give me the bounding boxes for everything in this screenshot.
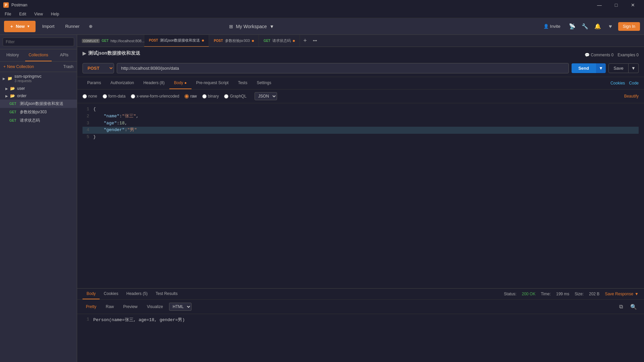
app-icon: P <box>3 2 9 8</box>
tab-2[interactable]: POST 参数校验jsr303 <box>209 35 259 47</box>
url-input[interactable] <box>117 63 569 73</box>
req-tab-params[interactable]: Params <box>83 77 106 89</box>
resp-tab-headers[interactable]: Headers (5) <box>122 289 152 299</box>
menu-view[interactable]: View <box>32 11 45 17</box>
send-button[interactable]: Send <box>572 63 596 73</box>
fmt-tab-raw[interactable]: Raw <box>102 303 117 310</box>
fmt-tab-visualize[interactable]: Visualize <box>144 303 166 310</box>
close-button[interactable]: ✕ <box>625 0 641 10</box>
format-selector[interactable]: JSON Text XML HTML <box>255 92 277 100</box>
tab-method-1: POST <box>149 39 158 42</box>
response-tabs-bar: Body Cookies Headers (5) Test Results St… <box>77 289 644 300</box>
time-label: Time: <box>541 292 551 296</box>
tab-1[interactable]: POST 测试json数据接收和发送 <box>144 35 209 47</box>
new-button[interactable]: ＋ New ▼ <box>4 21 36 32</box>
method-badge-get-2: GET <box>8 118 18 123</box>
maximize-button[interactable]: □ <box>608 0 624 10</box>
new-collection-label: New Collection <box>7 64 34 69</box>
chevron-down-icon: ▼ <box>635 292 639 296</box>
copy-icon-btn[interactable]: ⧉ <box>616 302 626 312</box>
new-collection-button[interactable]: + New Collection <box>3 64 34 69</box>
radio-graphql[interactable]: GraphQL <box>224 94 246 99</box>
satellite-icon-btn[interactable]: 📡 <box>567 21 577 32</box>
tab-0[interactable]: CONFLICT GET http://localhost:808... <box>77 35 144 47</box>
req-tab-settings[interactable]: Settings <box>252 77 276 89</box>
grid-icon: ⊞ <box>229 24 233 29</box>
tab-3[interactable]: GET 请求状态码 <box>259 35 300 47</box>
more-tabs-button[interactable]: ••• <box>310 39 320 43</box>
response-format-tabs: Pretty Raw Preview Visualize HTML JSON X… <box>77 300 644 314</box>
main-toolbar: ＋ New ▼ Import Runner ⊕ ⊞ My Workspace ▼… <box>0 18 644 35</box>
request-title: ▶ 测试json数据接收和发送 <box>83 50 140 56</box>
import-button[interactable]: Import <box>38 22 59 31</box>
folder-item-order[interactable]: ▶ 📂 order <box>0 92 77 100</box>
req-tab-prerequest[interactable]: Pre-request Script <box>192 77 233 89</box>
invite-label: Invite <box>550 24 560 29</box>
method-badge-get-1: GET <box>8 110 18 114</box>
sidebar-tab-collections[interactable]: Collections <box>25 49 52 61</box>
req-tab-body[interactable]: Body ● <box>169 77 192 89</box>
req-tab-headers[interactable]: Headers (8) <box>139 77 169 89</box>
window-controls: — □ ✕ <box>592 0 641 10</box>
collection-header-ssm[interactable]: ▶ 📁 ssm-springmvc 3 requests <box>0 72 77 85</box>
save-dropdown-button[interactable]: ▼ <box>629 63 639 73</box>
menu-edit[interactable]: Edit <box>17 11 28 17</box>
search-input[interactable] <box>3 38 74 46</box>
collection-count: 3 requests <box>14 79 42 83</box>
bell-icon-btn[interactable]: 🔔 <box>593 21 603 32</box>
invite-button[interactable]: 👤 Invite <box>539 22 565 31</box>
minimize-button[interactable]: — <box>592 0 607 10</box>
cookies-link[interactable]: Cookies <box>610 81 625 85</box>
save-button[interactable]: Save <box>608 63 629 73</box>
menubar: File Edit View Help <box>0 10 644 18</box>
resp-tab-test-results[interactable]: Test Results <box>152 289 181 299</box>
req-tab-auth[interactable]: Authorization <box>106 77 139 89</box>
beautify-button[interactable]: Beautify <box>624 94 639 99</box>
save-response-button[interactable]: Save Response ▼ <box>605 292 639 296</box>
tab-method-2: POST <box>214 39 223 43</box>
sidebar-tab-history[interactable]: History <box>0 49 25 61</box>
add-tab-button[interactable]: + <box>300 37 310 44</box>
fmt-tab-preview[interactable]: Preview <box>120 303 141 310</box>
search-icon-btn[interactable]: 🔍 <box>629 302 639 312</box>
menu-help[interactable]: Help <box>49 11 61 17</box>
sign-in-button[interactable]: Sign In <box>618 22 640 31</box>
trash-button[interactable]: Trash <box>63 64 73 69</box>
response-format-selector[interactable]: HTML JSON XML Text <box>169 303 192 311</box>
extra-button[interactable]: ⊕ <box>86 22 95 31</box>
request-item-0[interactable]: GET 测试json数据接收和发送 <box>0 100 77 108</box>
workspace-label: My Workspace <box>236 24 267 29</box>
fmt-tab-pretty[interactable]: Pretty <box>83 303 100 310</box>
folder-item-user[interactable]: ▶ 📂 user <box>0 85 77 92</box>
wrench-icon-btn[interactable]: 🔧 <box>580 21 590 32</box>
app-title: Postman <box>11 3 27 7</box>
resp-tab-body[interactable]: Body <box>83 289 100 299</box>
response-line-1: 1 Person(name=张三, age=18, gender=男) <box>83 317 639 323</box>
tab-name-3: 请求状态码 <box>272 38 291 43</box>
sidebar-tab-apis[interactable]: APIs <box>52 49 77 61</box>
radio-raw[interactable]: raw <box>184 94 197 99</box>
radio-formdata[interactable]: form-data <box>103 94 125 99</box>
request-item-1[interactable]: GET 参数校验jsr303 <box>0 108 77 116</box>
workspace-selector[interactable]: ⊞ My Workspace ▼ <box>229 24 274 29</box>
collection-name: ssm-springmvc <box>14 74 42 79</box>
radio-urlencoded[interactable]: x-www-form-urlencoded <box>131 94 179 99</box>
workspace-chevron-icon: ▼ <box>270 24 274 29</box>
req-tab-tests[interactable]: Tests <box>233 77 252 89</box>
radio-none[interactable]: none <box>83 94 97 99</box>
runner-button[interactable]: Runner <box>61 22 84 31</box>
code-editor[interactable]: 1 { 2 "name":"张三", 3 "age":18, 4 "gende <box>77 103 644 288</box>
sidebar-actions: + New Collection Trash <box>0 62 77 72</box>
radio-binary[interactable]: binary <box>202 94 219 99</box>
resp-tab-cookies[interactable]: Cookies <box>100 289 122 299</box>
send-dropdown-button[interactable]: ▼ <box>596 63 606 73</box>
code-link[interactable]: Code <box>629 81 639 85</box>
request-item-2[interactable]: GET 请求状态码 <box>0 116 77 125</box>
response-icons: ⧉ 🔍 <box>616 302 639 312</box>
folder-name-user: user <box>17 86 25 91</box>
method-select[interactable]: POST GET PUT DELETE <box>83 63 114 73</box>
request-name-0: 测试json数据接收和发送 <box>20 101 63 107</box>
heart-icon-btn[interactable]: ♥ <box>605 21 615 32</box>
chevron-down-icon: ▼ <box>27 24 30 28</box>
menu-file[interactable]: File <box>3 11 13 17</box>
